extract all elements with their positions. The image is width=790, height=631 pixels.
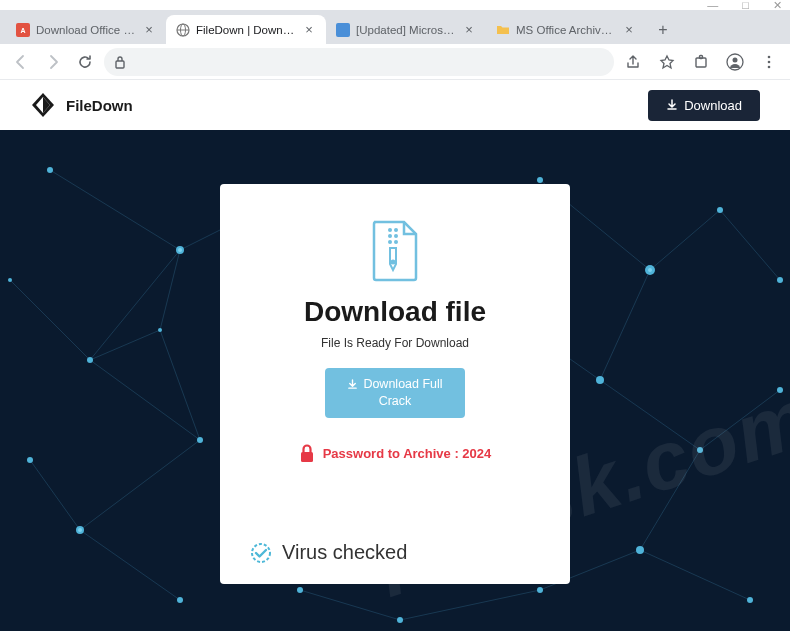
svg-point-70: [391, 260, 396, 265]
svg-point-60: [397, 617, 403, 623]
minimize-icon[interactable]: —: [707, 0, 718, 11]
svg-point-63: [178, 248, 182, 252]
doc-favicon-icon: [336, 23, 350, 37]
download-label-line1: Download Full: [363, 376, 442, 393]
svg-rect-6: [116, 61, 124, 68]
svg-point-43: [177, 597, 183, 603]
svg-point-51: [596, 376, 604, 384]
content-area: pcrisk.com Download file File Is Ready F…: [0, 130, 790, 631]
page-header: FileDown Download: [0, 80, 790, 130]
svg-point-41: [197, 437, 203, 443]
profile-icon[interactable]: [722, 49, 748, 75]
svg-point-53: [636, 546, 644, 554]
svg-point-64: [388, 228, 392, 232]
svg-point-50: [717, 207, 723, 213]
tab-title: Download Office 365 Pro Plus f: [36, 24, 136, 36]
download-icon: [347, 379, 358, 390]
svg-point-58: [537, 587, 543, 593]
globe-favicon-icon: [176, 23, 190, 37]
svg-point-54: [747, 597, 753, 603]
svg-point-48: [537, 177, 543, 183]
tab-0[interactable]: A Download Office 365 Pro Plus f ×: [6, 15, 166, 45]
tab-3[interactable]: MS Office Archives - Crack 4 PC ×: [486, 15, 646, 45]
close-icon[interactable]: ×: [142, 23, 156, 37]
svg-rect-7: [696, 58, 706, 67]
lock-icon: [114, 55, 128, 69]
pdf-favicon-icon: A: [16, 23, 30, 37]
svg-point-47: [158, 328, 162, 332]
maximize-icon[interactable]: □: [742, 0, 749, 11]
check-circle-icon: [250, 542, 272, 564]
lock-red-icon: [299, 444, 315, 464]
password-row: Password to Archive : 2024: [299, 444, 492, 464]
svg-point-40: [87, 357, 93, 363]
tab-title: FileDown | Download file: [196, 24, 296, 36]
tab-2[interactable]: [Updated] Microsoft Office Cra ×: [326, 15, 486, 45]
share-icon[interactable]: [620, 49, 646, 75]
svg-point-52: [697, 447, 703, 453]
tab-title: MS Office Archives - Crack 4 PC: [516, 24, 616, 36]
extensions-icon[interactable]: [688, 49, 714, 75]
brand[interactable]: FileDown: [30, 92, 133, 118]
svg-point-59: [297, 587, 303, 593]
tab-strip: A Download Office 365 Pro Plus f × FileD…: [0, 10, 790, 44]
svg-point-55: [777, 387, 783, 393]
svg-point-69: [394, 240, 398, 244]
virus-checked-row: Virus checked: [250, 541, 407, 564]
download-icon: [666, 99, 678, 111]
zip-file-icon: [368, 220, 422, 282]
svg-point-62: [78, 528, 82, 532]
close-window-icon[interactable]: ✕: [773, 0, 782, 12]
close-icon[interactable]: ×: [622, 23, 636, 37]
svg-point-38: [47, 167, 53, 173]
download-crack-button[interactable]: Download Full Crack: [325, 368, 464, 418]
svg-point-72: [252, 544, 270, 562]
download-card: Download file File Is Ready For Download…: [220, 184, 570, 584]
svg-rect-71: [301, 452, 313, 462]
svg-point-66: [388, 234, 392, 238]
bookmark-icon[interactable]: [654, 49, 680, 75]
download-label-line2: Crack: [379, 393, 412, 410]
svg-rect-8: [700, 55, 703, 58]
download-header-button[interactable]: Download: [648, 90, 760, 121]
folder-favicon-icon: [496, 23, 510, 37]
svg-point-61: [648, 268, 652, 272]
window-controls: — □ ✕: [0, 0, 790, 10]
svg-point-10: [733, 57, 738, 62]
browser-toolbar: [0, 44, 790, 80]
svg-text:A: A: [20, 27, 25, 34]
reload-icon[interactable]: [72, 49, 98, 75]
new-tab-button[interactable]: +: [650, 17, 676, 43]
svg-point-45: [8, 278, 12, 282]
tab-1[interactable]: FileDown | Download file ×: [166, 15, 326, 45]
close-icon[interactable]: ×: [462, 23, 476, 37]
menu-icon[interactable]: [756, 49, 782, 75]
forward-icon[interactable]: [40, 49, 66, 75]
back-icon[interactable]: [8, 49, 34, 75]
virus-checked-label: Virus checked: [282, 541, 407, 564]
brand-name: FileDown: [66, 97, 133, 114]
tab-title: [Updated] Microsoft Office Cra: [356, 24, 456, 36]
svg-rect-5: [336, 23, 350, 37]
svg-point-67: [394, 234, 398, 238]
svg-point-11: [768, 55, 771, 58]
download-header-label: Download: [684, 98, 742, 113]
svg-point-68: [388, 240, 392, 244]
brand-logo-icon: [30, 92, 56, 118]
card-subtitle: File Is Ready For Download: [321, 336, 469, 350]
address-bar[interactable]: [104, 48, 614, 76]
close-icon[interactable]: ×: [302, 23, 316, 37]
svg-point-65: [394, 228, 398, 232]
card-title: Download file: [304, 296, 486, 328]
svg-point-13: [768, 65, 771, 68]
svg-point-12: [768, 60, 771, 63]
svg-point-46: [27, 457, 33, 463]
svg-point-57: [777, 277, 783, 283]
password-label: Password to Archive : 2024: [323, 446, 492, 461]
